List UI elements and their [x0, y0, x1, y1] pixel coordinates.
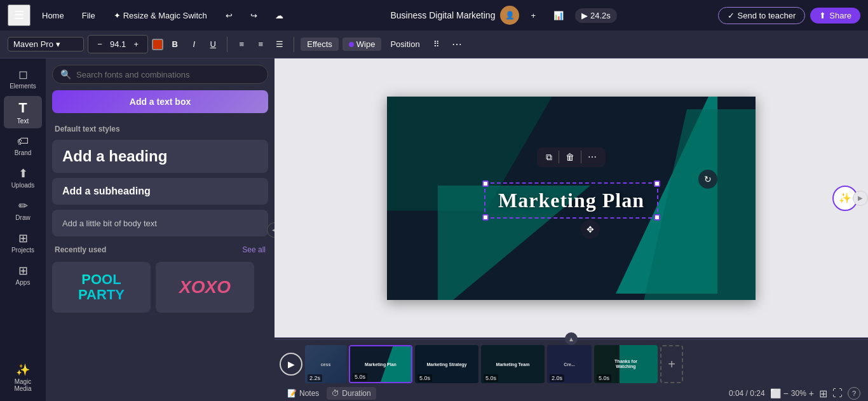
font-selector[interactable]: Maven Pro ▾: [8, 37, 84, 51]
right-panel-collapse[interactable]: ▶: [853, 191, 868, 206]
body-style-item[interactable]: Add a little bit of body text: [52, 210, 268, 236]
align-center-button[interactable]: ≡: [253, 37, 268, 51]
sidebar-item-brand[interactable]: 🏷 Brand: [4, 131, 42, 160]
slide-time-5: 2.0s: [550, 374, 564, 382]
sidebar-item-apps[interactable]: ⊞ Apps: [4, 260, 42, 290]
menu-icon[interactable]: ☰: [8, 4, 31, 26]
see-all-button[interactable]: See all: [242, 245, 266, 254]
slide-thumb-6[interactable]: Thanks forWatching 5.0s: [594, 345, 658, 383]
font-preview-pool-party[interactable]: POOLPARTY: [52, 262, 151, 313]
home-button[interactable]: Home: [36, 8, 71, 23]
font-size-control: − 94.1 +: [88, 35, 148, 53]
save-cloud-button[interactable]: ☁: [269, 8, 290, 23]
analytics-button[interactable]: 📊: [547, 8, 570, 23]
duration-button[interactable]: ⏱ Duration: [327, 387, 376, 400]
add-slide-button[interactable]: +: [660, 345, 683, 383]
undo-button[interactable]: ↩: [219, 8, 239, 23]
resize-magic-button[interactable]: ✦ Resize & Magic Switch: [107, 8, 214, 24]
redo-button[interactable]: ↪: [244, 8, 264, 23]
sidebar-item-elements[interactable]: ◻ Elements: [4, 64, 42, 93]
topbar-center: Business Digital Marketing 👤 + 📊 ▶ 24.2s: [295, 6, 713, 25]
italic-button[interactable]: I: [186, 37, 201, 51]
align-left-button[interactable]: ≡: [234, 37, 249, 51]
handle-tl[interactable]: [482, 180, 489, 186]
zoom-controls: ⬜ − 30% +: [770, 388, 814, 398]
slide-time-2: 5.0s: [353, 373, 367, 381]
sidebar-item-text[interactable]: T Text: [4, 96, 42, 128]
play-button[interactable]: ▶: [280, 353, 302, 376]
underline-button[interactable]: U: [205, 37, 220, 51]
slide-main-text[interactable]: Marketing Plan: [498, 188, 644, 211]
search-box[interactable]: 🔍: [52, 65, 268, 84]
font-color-swatch[interactable]: [152, 39, 163, 50]
copy-element-button[interactable]: ⧉: [542, 150, 556, 165]
slide-thumb-5[interactable]: Cre... 2.0s: [547, 345, 592, 383]
add-collaborator-button[interactable]: +: [524, 8, 542, 23]
font-size-value: 94.1: [110, 39, 126, 49]
add-text-box-button[interactable]: Add a text box: [52, 90, 268, 113]
sidebar-item-uploads[interactable]: ⬆ Uploads: [4, 163, 42, 193]
search-icon: 🔍: [60, 69, 71, 79]
zoom-out-button[interactable]: −: [783, 388, 789, 398]
font-size-plus[interactable]: +: [128, 37, 144, 51]
canvas-area: ⧉ 🗑 ⋯ Marketing Plan ↻ ✥: [275, 58, 868, 401]
send-to-teacher-button[interactable]: ✓ Send to teacher: [718, 7, 806, 24]
handle-bl[interactable]: [482, 214, 489, 220]
grid-pattern-button[interactable]: ⠿: [429, 37, 444, 51]
wipe-button[interactable]: Wipe: [342, 37, 382, 51]
elements-icon: ◻: [18, 67, 28, 81]
subheading-style-item[interactable]: Add a subheading: [52, 178, 268, 205]
magic-media-icon: ✨: [16, 363, 30, 377]
slide-canvas[interactable]: ⧉ 🗑 ⋯ Marketing Plan ↻ ✥: [387, 97, 756, 300]
file-button[interactable]: File: [76, 8, 102, 23]
sidebar-item-magic-media[interactable]: ✨ Magic Media: [4, 359, 42, 396]
handle-tr[interactable]: [654, 180, 660, 186]
slide-time-4: 5.0s: [484, 374, 498, 382]
bold-button[interactable]: B: [167, 37, 182, 51]
delete-element-button[interactable]: 🗑: [562, 150, 578, 164]
position-button[interactable]: Position: [385, 37, 424, 51]
user-avatar[interactable]: 👤: [500, 6, 519, 25]
element-more-button[interactable]: ⋯: [584, 150, 600, 164]
font-preview-xoxo[interactable]: XOXO: [156, 262, 254, 313]
separator2: [294, 37, 294, 52]
play-timer-icon: ▶: [581, 11, 588, 20]
layout-view-button[interactable]: ⊞: [819, 388, 827, 400]
slide-thumb-4[interactable]: Marketing Team 5.0s: [481, 345, 545, 383]
notes-button[interactable]: 📝 Notes: [282, 387, 324, 400]
slide-thumb-1[interactable]: cess 2.2s: [305, 345, 346, 383]
recently-used-header: Recently used See all: [46, 239, 275, 257]
panel-collapse-arrow[interactable]: ◀: [267, 222, 275, 238]
fullscreen-button[interactable]: ⛶: [832, 388, 843, 399]
sidebar-item-projects[interactable]: ⊞ Projects: [4, 228, 42, 257]
zoom-in-button[interactable]: +: [809, 388, 814, 398]
selected-text-element[interactable]: Marketing Plan: [484, 182, 658, 218]
sidebar-item-draw[interactable]: ✏ Draw: [4, 195, 42, 225]
topbar: ☰ Home File ✦ Resize & Magic Switch ↩ ↪ …: [0, 0, 868, 31]
share-button[interactable]: ⬆ Share: [810, 8, 860, 24]
handle-br[interactable]: [654, 214, 660, 220]
xoxo-text: XOXO: [179, 277, 231, 297]
left-panel: 🔍 Add a text box Default text styles Add…: [46, 58, 275, 401]
heading-style-item[interactable]: Add a heading: [52, 140, 268, 173]
left-sidebar: ◻ Elements T Text 🏷 Brand ⬆ Uploads ✏ Dr…: [0, 58, 46, 401]
canvas-container[interactable]: ⧉ 🗑 ⋯ Marketing Plan ↻ ✥: [275, 58, 868, 337]
apps-icon: ⊞: [18, 264, 28, 278]
more-options-button[interactable]: ⋯: [448, 36, 466, 52]
effects-button[interactable]: Effects: [301, 37, 339, 51]
move-handle[interactable]: ✥: [581, 220, 600, 239]
rotate-handle[interactable]: ↻: [698, 170, 717, 189]
expand-timeline-button[interactable]: ▲: [565, 332, 578, 345]
zoom-level: 30%: [791, 389, 806, 398]
search-input[interactable]: [76, 70, 260, 79]
slide-thumb-3[interactable]: Marketing Strategy 5.0s: [415, 345, 478, 383]
fontbar: Maven Pro ▾ − 94.1 + B I U ≡ ≡ ☰ Effects…: [0, 31, 868, 58]
subheading-preview-text: Add a subheading: [62, 186, 151, 196]
fit-screen-button[interactable]: ⬜: [770, 388, 781, 398]
float-sep: [559, 151, 559, 163]
timeline-right: 0:04 / 0:24 ⬜ − 30% + ⊞ ⛶ ?: [729, 387, 860, 400]
help-button[interactable]: ?: [848, 387, 860, 400]
slide-thumb-2[interactable]: Marketing Plan 5.0s: [349, 345, 412, 383]
font-size-minus[interactable]: −: [92, 37, 107, 51]
align-right-button[interactable]: ☰: [272, 37, 287, 51]
